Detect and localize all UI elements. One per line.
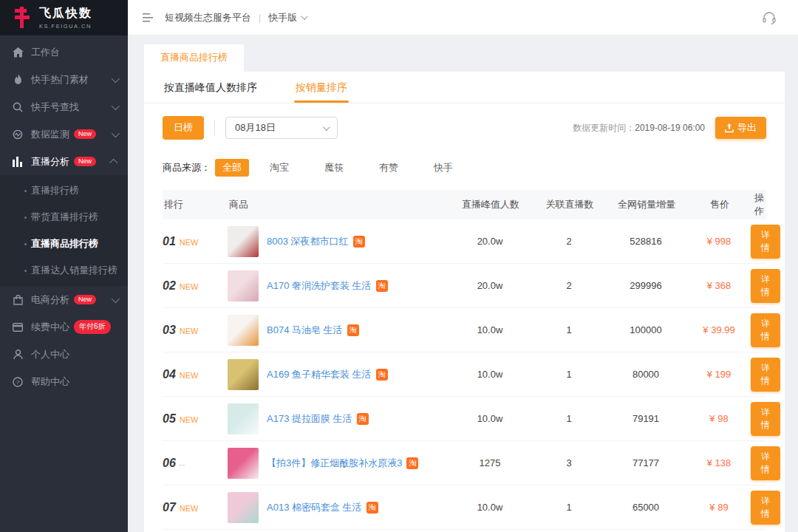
taobao-source-icon[interactable]: 淘	[376, 369, 388, 381]
update-time-value: 2019-08-19 06:00	[635, 123, 705, 133]
rank-cell: 07 NEW	[163, 501, 228, 514]
source-filter-taobao[interactable]: 淘宝	[262, 159, 296, 177]
collapse-menu-icon[interactable]	[143, 13, 154, 23]
sidebar-item-live-analysis[interactable]: 直播分析 New	[0, 148, 128, 175]
col-header-sales-increment: 全网销量增量	[604, 198, 687, 211]
sales-increment-value: 77177	[604, 457, 687, 468]
source-filter-kuaishou[interactable]: 快手	[426, 159, 460, 177]
app-subtitle: KS.FEIGUA.CN	[39, 23, 92, 30]
source-filter-all[interactable]: 全部	[215, 159, 249, 177]
source-filter-youzan[interactable]: 有赞	[372, 159, 406, 177]
sort-tab-by-sales[interactable]: 按销量排序	[294, 72, 349, 103]
product-name-link[interactable]: A170 奢润洗护套装 生活	[267, 279, 372, 293]
sidebar-item-label: 数据监测	[31, 128, 69, 141]
search-icon	[12, 101, 24, 113]
taobao-source-icon[interactable]: 淘	[357, 413, 369, 425]
price-value: ¥ 138	[687, 457, 751, 468]
export-button-label: 导出	[737, 121, 757, 134]
divider	[214, 120, 215, 136]
product-name-link[interactable]: A173 提拉面膜 生活	[267, 412, 352, 426]
taobao-source-icon[interactable]: 淘	[347, 324, 359, 336]
taobao-source-icon[interactable]: 淘	[353, 236, 365, 248]
product-thumbnail[interactable]	[228, 226, 259, 257]
sidebar-item-personal-center[interactable]: 个人中心	[0, 341, 128, 368]
detail-button[interactable]: 详情	[751, 269, 780, 303]
sidebar-item-help-center[interactable]: ? 帮助中心	[0, 368, 128, 395]
detail-button[interactable]: 详情	[751, 225, 780, 259]
rank-number: 05	[163, 412, 176, 426]
rank-cell: 05 NEW	[163, 412, 228, 426]
rank-number: 01	[163, 235, 176, 248]
table-row: 03 NEW B074 马油皂 生活 淘 10.0w 1 100000 ¥ 39…	[163, 308, 766, 352]
detail-button[interactable]: 详情	[751, 491, 780, 525]
product-thumbnail[interactable]	[228, 403, 259, 434]
sidebar-item-renewal-center[interactable]: 续费中心 年付6折	[0, 313, 128, 341]
sales-increment-value: 528816	[604, 236, 687, 247]
chevron-down-icon	[301, 13, 308, 20]
user-icon	[12, 349, 24, 361]
rank-cell: 04 NEW	[163, 368, 228, 381]
action-cell: 详情	[751, 313, 780, 347]
table-row: 07 NEW A013 棉密码套盒 生活 淘 10.0w 1 65000 ¥ 8…	[163, 485, 766, 530]
sidebar-subitem-label: 带货直播排行榜	[31, 211, 98, 224]
taobao-source-icon[interactable]: 淘	[366, 502, 378, 514]
product-name-link[interactable]: A169 鱼子精华套装 生活	[267, 368, 372, 381]
sidebar-subitem-live-product-ranking[interactable]: 直播商品排行榜	[0, 231, 128, 257]
detail-button[interactable]: 详情	[751, 402, 780, 436]
sidebar-item-ecommerce-analysis[interactable]: 电商分析 New	[0, 286, 128, 313]
rank-number: 07	[163, 501, 176, 514]
update-time-label: 数据更新时间：	[573, 122, 635, 134]
sidebar-menu: 工作台 快手热门素材 快手号查找 数据监测 New	[0, 35, 128, 395]
app-logo[interactable]: 飞瓜快数 KS.FEIGUA.CN	[0, 0, 128, 35]
rank-cell: 06 --	[163, 457, 228, 470]
col-header-related-lives: 关联直播数	[533, 198, 604, 211]
tab-live-product-ranking[interactable]: 直播商品排行榜	[144, 44, 244, 72]
sidebar-item-hot-material[interactable]: 快手热门素材	[0, 66, 128, 93]
rank-number: 06	[163, 457, 176, 470]
price-value: ¥ 998	[687, 236, 751, 247]
action-cell: 详情	[751, 225, 780, 259]
customer-service-icon[interactable]	[761, 10, 777, 26]
sidebar-subitem-sales-live-ranking[interactable]: 带货直播排行榜	[0, 204, 128, 231]
date-select-value: 08月18日	[235, 121, 276, 134]
product-thumbnail[interactable]	[228, 270, 259, 301]
product-thumbnail[interactable]	[228, 448, 259, 479]
related-lives-value: 1	[533, 502, 604, 513]
detail-button[interactable]: 详情	[751, 313, 780, 347]
table-row: 06 -- 【拍3件】修正烟酰胺补水原液3 淘 1275 3 77177 ¥ 1…	[163, 441, 766, 485]
product-name-link[interactable]: A013 棉密码套盒 生活	[267, 501, 362, 514]
date-select[interactable]: 08月18日	[225, 117, 338, 139]
sales-increment-value: 299996	[604, 280, 687, 291]
source-filter-mokuai[interactable]: 魔筷	[317, 159, 351, 177]
taobao-source-icon[interactable]: 淘	[376, 280, 388, 292]
platform-title: 短视频生态服务平台	[165, 11, 251, 24]
rank-flag: NEW	[180, 371, 199, 380]
product-thumbnail[interactable]	[228, 492, 259, 523]
detail-button[interactable]: 详情	[751, 358, 780, 392]
taobao-source-icon[interactable]: 淘	[406, 457, 418, 469]
product-thumbnail[interactable]	[228, 359, 259, 390]
sidebar-item-workbench[interactable]: 工作台	[0, 38, 128, 66]
product-name-link[interactable]: 【拍3件】修正烟酰胺补水原液3	[267, 457, 402, 470]
daily-rank-button[interactable]: 日榜	[163, 116, 204, 140]
sidebar-item-data-monitor[interactable]: 数据监测 New	[0, 120, 128, 148]
sidebar-item-account-search[interactable]: 快手号查找	[0, 93, 128, 120]
product-name-link[interactable]: 8003 深夜都市口红	[267, 235, 349, 248]
product-name-link[interactable]: B074 马油皂 生活	[267, 324, 343, 337]
sales-increment-value: 65000	[604, 502, 687, 513]
chevron-down-icon	[323, 123, 330, 131]
rank-cell: 03 NEW	[163, 324, 228, 337]
sidebar-subitem-live-talent-sales-ranking[interactable]: 直播达人销量排行榜	[0, 257, 128, 284]
top-bar: 短视频生态服务平台 | 快手版	[128, 0, 798, 35]
help-icon: ?	[12, 376, 24, 388]
sidebar-subitem-live-ranking[interactable]: 直播排行榜	[0, 177, 128, 204]
sort-tab-by-peak-viewers[interactable]: 按直播峰值人数排序	[163, 72, 259, 103]
related-lives-value: 1	[533, 369, 604, 380]
export-button[interactable]: 导出	[715, 117, 766, 139]
version-switcher[interactable]: 快手版	[268, 11, 297, 24]
chevron-down-icon	[112, 101, 120, 109]
sidebar-item-label: 续费中心	[31, 321, 69, 334]
sidebar-item-label: 电商分析	[31, 293, 69, 307]
product-thumbnail[interactable]	[228, 315, 259, 346]
detail-button[interactable]: 详情	[751, 446, 780, 480]
